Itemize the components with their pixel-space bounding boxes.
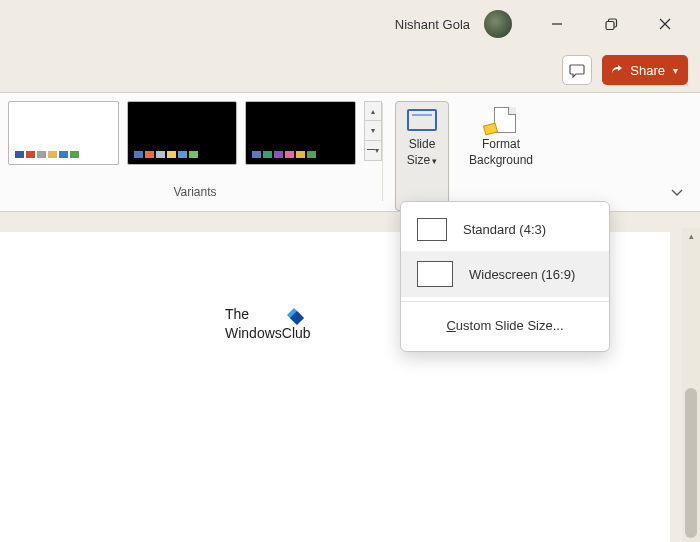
slide-size-dropdown: Standard (4:3) Widescreen (16:9) Custom … xyxy=(400,201,610,352)
variant-thumb-2[interactable] xyxy=(127,101,238,165)
slide-size-widescreen[interactable]: Widescreen (16:9) xyxy=(401,251,609,297)
dropdown-separator xyxy=(401,301,609,302)
format-background-button[interactable]: FormatBackground xyxy=(461,101,541,211)
share-icon xyxy=(610,63,624,77)
chevron-down-icon: ▾ xyxy=(432,156,437,166)
slide-size-icon xyxy=(405,105,439,135)
scrollbar-thumb[interactable] xyxy=(685,388,697,538)
slide-size-standard[interactable]: Standard (4:3) xyxy=(401,208,609,251)
scroll-down-button[interactable]: ▾ xyxy=(364,121,382,141)
close-button[interactable] xyxy=(642,8,688,40)
sub-title-bar: Share ▾ xyxy=(0,48,700,92)
swatch-row xyxy=(15,151,79,158)
swatch-row xyxy=(134,151,198,158)
avatar[interactable] xyxy=(484,10,512,38)
standard-ratio-icon xyxy=(417,218,447,241)
collapse-ribbon-button[interactable] xyxy=(670,183,684,201)
share-button[interactable]: Share ▾ xyxy=(602,55,688,85)
variant-thumb-1[interactable] xyxy=(8,101,119,165)
chevron-down-icon: ▾ xyxy=(673,65,678,76)
scroll-up-icon[interactable]: ▴ xyxy=(682,228,700,244)
swatch-row xyxy=(252,151,316,158)
chevron-down-icon xyxy=(670,187,684,197)
vertical-scrollbar[interactable]: ▴ xyxy=(682,228,700,542)
widescreen-ratio-icon xyxy=(417,261,453,287)
customize-group: SlideSize▾ FormatBackground xyxy=(383,93,553,211)
slide-size-button[interactable]: SlideSize▾ xyxy=(395,101,449,211)
dropdown-item-label: Standard (4:3) xyxy=(463,222,546,237)
minimize-icon xyxy=(551,18,563,30)
share-label: Share xyxy=(630,63,665,78)
dropdown-item-label: Widescreen (16:9) xyxy=(469,267,575,282)
variants-group: ▴ ▾ ▾ Variants xyxy=(0,93,382,211)
ribbon: ▴ ▾ ▾ Variants SlideSize▾ FormatBackgrou… xyxy=(0,92,700,212)
close-icon xyxy=(659,18,671,30)
variants-scroll: ▴ ▾ ▾ xyxy=(364,101,382,161)
title-bar: Nishant Gola xyxy=(0,0,700,48)
comment-icon xyxy=(569,63,585,78)
comments-button[interactable] xyxy=(562,55,592,85)
restore-button[interactable] xyxy=(588,8,634,40)
svg-rect-2 xyxy=(606,21,614,29)
group-label-variants: Variants xyxy=(8,185,382,199)
user-name: Nishant Gola xyxy=(395,17,470,32)
slide-text: TheWindowsClub xyxy=(225,305,311,343)
scroll-up-button[interactable]: ▴ xyxy=(364,101,382,121)
restore-icon xyxy=(605,18,618,31)
scroll-more-button[interactable]: ▾ xyxy=(364,141,382,161)
variant-thumb-3[interactable] xyxy=(245,101,356,165)
custom-slide-size[interactable]: Custom Slide Size... xyxy=(401,306,609,345)
format-background-icon xyxy=(484,105,518,135)
minimize-button[interactable] xyxy=(534,8,580,40)
